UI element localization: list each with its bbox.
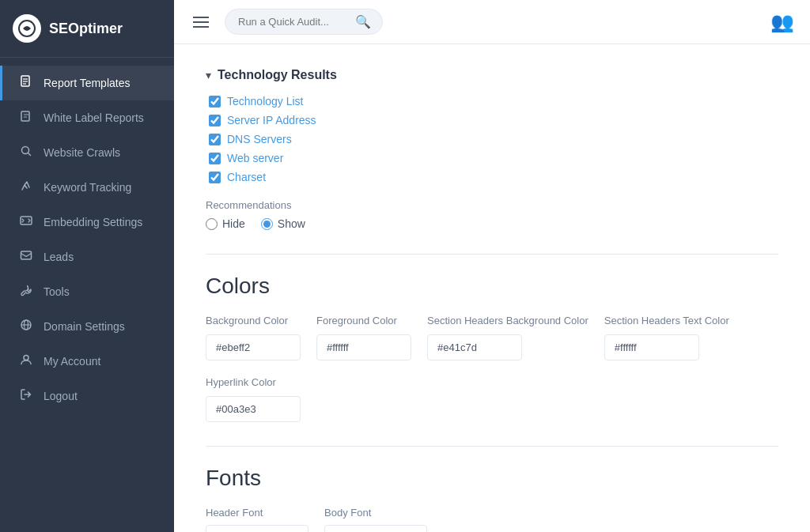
sidebar-item-label-my-account: My Account	[44, 355, 100, 368]
keyword-tracking-icon	[18, 179, 34, 195]
radio-hide-input[interactable]	[206, 218, 218, 230]
logo-icon	[13, 14, 41, 43]
radio-group-recommendations: Hide Show	[206, 217, 778, 230]
color-field-section-bg-color: Section Headers Background Color	[427, 315, 589, 360]
section-header-tech: ▾ Technology Results	[206, 68, 778, 82]
color-field-fg-color: Foreground Color	[316, 315, 411, 360]
divider-1	[206, 254, 778, 255]
sidebar-item-logout[interactable]: Logout	[0, 379, 174, 413]
sidebar-item-label-website-crawls: Website Crawls	[44, 146, 120, 159]
svg-line-7	[28, 153, 31, 156]
user-avatar-icon[interactable]: 👥	[770, 11, 794, 33]
sidebar-item-label-tools: Tools	[44, 285, 70, 298]
main-area: 🔍 👥 ▾ Technology Results Technology List…	[174, 0, 810, 532]
sidebar-item-label-leads: Leads	[44, 251, 74, 263]
color-input-section-text-color[interactable]	[604, 334, 699, 360]
radio-show-label: Show	[278, 217, 305, 230]
logo-text: SEOptimer	[49, 21, 123, 37]
checkbox-label-server-ip: Server IP Address	[227, 114, 316, 126]
color-label-section-bg-color: Section Headers Background Color	[427, 315, 589, 328]
sidebar-item-keyword-tracking[interactable]: Keyword Tracking	[0, 170, 174, 205]
font-select-body-font[interactable]: Roboto ▲	[324, 525, 427, 532]
sidebar-item-label-domain-settings: Domain Settings	[44, 320, 125, 333]
colors-title: Colors	[206, 274, 778, 299]
topbar-left: 🔍	[190, 9, 383, 35]
radio-hide-label: Hide	[222, 217, 245, 230]
color-field-hyperlink-color: Hyperlink Color	[206, 376, 301, 422]
checkbox-web-server[interactable]	[209, 153, 221, 164]
logo-area: SEOptimer	[0, 0, 174, 58]
radio-show-input[interactable]	[261, 218, 273, 230]
color-field-section-text-color: Section Headers Text Color	[604, 315, 729, 360]
tools-icon	[18, 284, 34, 300]
color-field-bg-color: Background Color	[206, 315, 301, 360]
checkbox-item-charset[interactable]: Charset	[209, 171, 778, 183]
my-account-icon	[18, 353, 34, 369]
sidebar-item-tools[interactable]: Tools	[0, 274, 174, 309]
sidebar-item-label-white-label-reports: White Label Reports	[44, 111, 144, 124]
search-input[interactable]	[238, 16, 349, 28]
checkbox-server-ip[interactable]	[209, 115, 221, 126]
sidebar-item-report-templates[interactable]: Report Templates	[0, 66, 174, 100]
checkbox-label-charset: Charset	[227, 171, 266, 183]
sidebar: SEOptimer Report Templates White Label R…	[0, 0, 174, 532]
color-input-section-bg-color[interactable]	[427, 334, 522, 360]
color-input-bg-color[interactable]	[206, 334, 301, 360]
hamburger-button[interactable]	[190, 13, 212, 31]
font-label-header-font: Header Font	[206, 507, 308, 519]
sidebar-item-embedding-settings[interactable]: Embedding Settings	[0, 205, 174, 240]
sidebar-item-leads[interactable]: Leads	[0, 240, 174, 274]
font-field-body-font: Body Font Roboto ▲	[324, 507, 427, 532]
checkbox-label-web-server: Web server	[227, 152, 283, 164]
embedding-settings-icon	[18, 214, 34, 230]
font-select-header-font[interactable]: Roboto ▲	[206, 525, 308, 532]
sidebar-item-label-keyword-tracking: Keyword Tracking	[44, 181, 131, 194]
checkbox-list: Technology List Server IP Address DNS Se…	[206, 95, 778, 183]
fonts-title: Fonts	[206, 466, 778, 491]
color-input-fg-color[interactable]	[316, 334, 411, 360]
font-row: Header Font Roboto ▲ Body Font Roboto ▲	[206, 507, 778, 532]
svg-rect-5	[21, 111, 29, 121]
logout-icon	[18, 388, 34, 404]
font-label-body-font: Body Font	[324, 507, 427, 519]
checkbox-charset[interactable]	[209, 172, 221, 183]
sidebar-item-label-logout: Logout	[44, 390, 78, 402]
checkbox-dns-servers[interactable]	[209, 134, 221, 145]
radio-hide[interactable]: Hide	[206, 217, 245, 230]
radio-show[interactable]: Show	[261, 217, 305, 230]
color-input-hyperlink-color[interactable]	[206, 396, 301, 422]
section-title-tech: Technology Results	[218, 68, 337, 82]
sidebar-item-my-account[interactable]: My Account	[0, 344, 174, 379]
search-icon: 🔍	[355, 14, 371, 29]
svg-point-13	[24, 356, 28, 360]
color-row: Background Color Foreground Color Sectio…	[206, 315, 778, 422]
sidebar-item-label-report-templates: Report Templates	[44, 77, 130, 89]
color-label-fg-color: Foreground Color	[316, 315, 411, 328]
report-templates-icon	[18, 75, 34, 91]
sidebar-item-domain-settings[interactable]: Domain Settings	[0, 309, 174, 344]
collapse-icon[interactable]: ▾	[206, 69, 211, 81]
recommendations-label: Recommendations	[206, 199, 778, 211]
color-label-hyperlink-color: Hyperlink Color	[206, 376, 301, 390]
leads-icon	[18, 249, 34, 265]
color-label-section-text-color: Section Headers Text Color	[604, 315, 729, 328]
checkbox-item-tech-list[interactable]: Technology List	[209, 95, 778, 108]
font-field-header-font: Header Font Roboto ▲	[206, 507, 308, 532]
checkbox-item-web-server[interactable]: Web server	[209, 152, 778, 164]
checkbox-tech-list[interactable]	[209, 96, 221, 108]
svg-rect-9	[21, 251, 32, 259]
sidebar-item-website-crawls[interactable]: Website Crawls	[0, 135, 174, 170]
website-crawls-icon	[18, 145, 34, 160]
sidebar-item-label-embedding-settings: Embedding Settings	[44, 216, 142, 228]
checkbox-label-dns-servers: DNS Servers	[227, 133, 292, 145]
checkbox-item-dns-servers[interactable]: DNS Servers	[209, 133, 778, 145]
sidebar-item-white-label-reports[interactable]: White Label Reports	[0, 100, 174, 135]
search-bar: 🔍	[225, 9, 383, 35]
main-content: ▾ Technology Results Technology List Ser…	[174, 44, 810, 532]
divider-2	[206, 446, 778, 447]
color-label-bg-color: Background Color	[206, 315, 301, 328]
topbar: 🔍 👥	[174, 0, 810, 44]
checkbox-label-tech-list: Technology List	[227, 95, 304, 108]
checkbox-item-server-ip[interactable]: Server IP Address	[209, 114, 778, 126]
nav-items: Report Templates White Label Reports Web…	[0, 58, 174, 532]
